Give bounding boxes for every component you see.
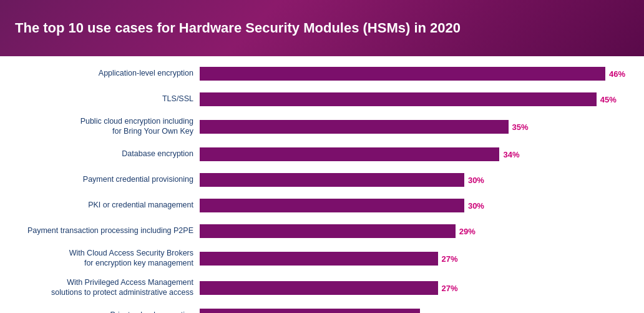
bar-label: Payment credential provisioning bbox=[6, 175, 200, 185]
bar-label: Application-level encryption bbox=[6, 69, 200, 79]
bar-value: 30% bbox=[468, 201, 484, 211]
bar-container: 27% bbox=[200, 281, 625, 295]
bar-fill bbox=[200, 67, 605, 81]
bar-fill bbox=[200, 147, 499, 161]
bar-value: 25% bbox=[424, 311, 440, 314]
bar-container: 27% bbox=[200, 252, 625, 266]
bar-value: 35% bbox=[512, 122, 529, 132]
chart-row: Private cloud encryption25% bbox=[6, 304, 625, 313]
bar-label: Private cloud encryption bbox=[6, 311, 200, 313]
bar-fill bbox=[200, 199, 464, 212]
chart-row: Public cloud encryption includingfor Bri… bbox=[6, 114, 625, 140]
bar-value: 45% bbox=[600, 95, 617, 104]
bar-label: With Cloud Access Security Brokersfor en… bbox=[6, 249, 200, 268]
bar-label: Payment transaction processing including… bbox=[6, 226, 200, 236]
chart-row: TLS/SSL45% bbox=[6, 88, 625, 111]
bar-container: 46% bbox=[200, 67, 625, 81]
bar-value: 29% bbox=[459, 227, 476, 236]
bar-fill bbox=[200, 92, 597, 106]
chart-row: With Cloud Access Security Brokersfor en… bbox=[6, 246, 625, 272]
chart-row: With Privileged Access Managementsolutio… bbox=[6, 275, 625, 301]
bar-container: 30% bbox=[200, 199, 625, 212]
chart-row: Payment credential provisioning30% bbox=[6, 169, 625, 191]
bar-container: 34% bbox=[200, 147, 625, 161]
bar-label: Public cloud encryption includingfor Bri… bbox=[6, 117, 200, 136]
bar-value: 34% bbox=[503, 150, 519, 159]
bar-value: 27% bbox=[442, 254, 458, 264]
bar-fill bbox=[200, 224, 456, 238]
chart-row: Database encryption34% bbox=[6, 143, 625, 166]
bar-value: 30% bbox=[468, 176, 484, 185]
bar-fill bbox=[200, 281, 438, 295]
chart-row: Application-level encryption46% bbox=[6, 62, 625, 85]
bar-fill bbox=[200, 173, 464, 187]
bar-container: 35% bbox=[200, 120, 625, 134]
bar-fill bbox=[200, 309, 420, 313]
chart-area: Application-level encryption46%TLS/SSL45… bbox=[0, 56, 644, 313]
bar-label: PKI or credential management bbox=[6, 201, 200, 211]
bar-container: 29% bbox=[200, 224, 625, 238]
bar-container: 25% bbox=[200, 309, 625, 313]
bar-value: 27% bbox=[442, 284, 458, 293]
bar-container: 30% bbox=[200, 173, 625, 187]
header: The top 10 use cases for Hardware Securi… bbox=[0, 0, 644, 56]
bar-container: 45% bbox=[200, 92, 625, 106]
bar-fill bbox=[200, 120, 509, 134]
bar-label: Database encryption bbox=[6, 149, 200, 159]
bar-fill bbox=[200, 252, 438, 266]
bar-value: 46% bbox=[609, 69, 625, 79]
bar-label: With Privileged Access Managementsolutio… bbox=[6, 278, 200, 297]
page-title: The top 10 use cases for Hardware Securi… bbox=[15, 19, 461, 37]
chart-row: PKI or credential management30% bbox=[6, 194, 625, 217]
chart-row: Payment transaction processing including… bbox=[6, 220, 625, 242]
bar-label: TLS/SSL bbox=[6, 94, 200, 104]
